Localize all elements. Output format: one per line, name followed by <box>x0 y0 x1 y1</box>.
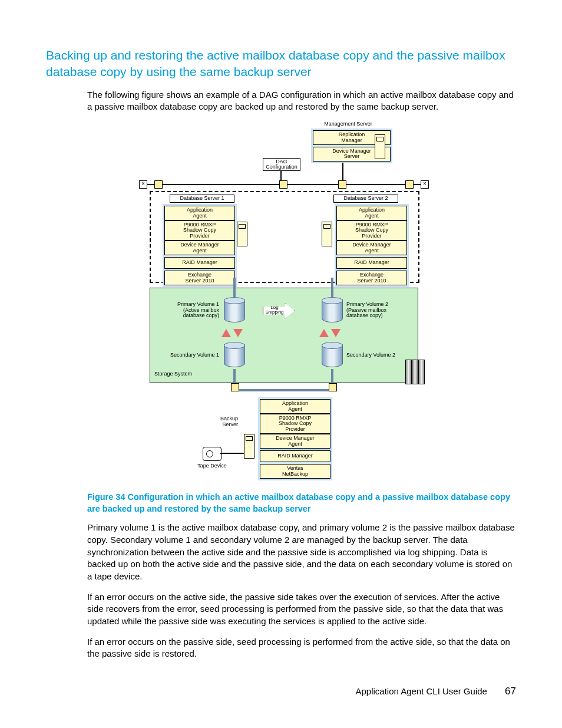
backup-p9000-provider: P9000 RMXPShadow CopyProvider <box>260 414 330 434</box>
dag-configuration-diagram: Management Server ReplicationManager Dev… <box>139 121 428 487</box>
db-server-1-stack: ApplicationAgent P9000 RMXPShadow CopyPr… <box>163 204 237 287</box>
server-icon <box>375 134 385 159</box>
server-icon <box>322 222 332 246</box>
db1-raid-manager: RAID Manager <box>164 257 235 269</box>
db1-exchange-server: ExchangeServer 2010 <box>164 271 235 285</box>
paragraph-3: If an error occurs on the passive side, … <box>46 636 516 660</box>
db2-device-manager-agent: Device ManagerAgent <box>336 241 407 255</box>
copy-arrow-up-icon <box>319 329 329 337</box>
db2-application-agent: ApplicationAgent <box>336 206 407 220</box>
secondary-volume-1-label: Secondary Volume 1 <box>164 353 219 358</box>
db-server-2-label: Database Server 2 <box>333 195 398 203</box>
footer-title: Application Agent CLI User Guide <box>355 686 487 696</box>
page-number: 67 <box>505 686 516 697</box>
intro-paragraph: The following figure shows an example of… <box>46 89 516 113</box>
secondary-volume-2-cylinder-icon <box>322 342 342 369</box>
primary-volume-1-cylinder-icon <box>224 297 244 324</box>
net-end-right-icon: × <box>421 180 429 189</box>
db2-exchange-server: ExchangeServer 2010 <box>336 271 407 285</box>
dag-config-box: DAGConfiguration <box>263 158 300 171</box>
copy-arrow-down-icon <box>331 329 340 337</box>
backup-veritas-netbackup: VeritasNetBackup <box>260 464 330 479</box>
db2-raid-manager: RAID Manager <box>336 257 407 269</box>
db1-device-manager-agent: Device ManagerAgent <box>164 241 235 255</box>
db1-application-agent: ApplicationAgent <box>164 206 235 220</box>
db-server-2-stack: ApplicationAgent P9000 RMXPShadow CopyPr… <box>335 204 409 287</box>
storage-system-label: Storage System <box>154 371 192 377</box>
backup-application-agent: ApplicationAgent <box>260 399 330 414</box>
backup-device-manager-agent: Device ManagerAgent <box>260 434 330 449</box>
secondary-volume-1-cylinder-icon <box>224 342 244 369</box>
server-icon <box>244 434 254 459</box>
db1-p9000-provider: P9000 RMXPShadow CopyProvider <box>164 220 235 241</box>
backup-raid-manager: RAID Manager <box>260 450 330 462</box>
server-icon <box>237 222 247 246</box>
section-heading: Backing up and restoring the active mail… <box>46 47 516 81</box>
tape-device-label: Tape Device <box>194 463 230 469</box>
copy-arrow-down-icon <box>233 329 243 337</box>
paragraph-2: If an error occurs on the active side, t… <box>46 591 516 628</box>
secondary-volume-2-label: Secondary Volume 2 <box>346 353 405 358</box>
paragraph-1: Primary volume 1 is the active mailbox d… <box>46 522 516 582</box>
page-footer: Application Agent CLI User Guide 67 <box>355 686 516 697</box>
copy-arrow-up-icon <box>222 329 231 337</box>
db-server-1-label: Database Server 1 <box>170 195 234 203</box>
log-shipping-label: Log Shipping <box>263 306 286 314</box>
primary-volume-2-label: Primary Volume 2(Passive mailboxdatabase… <box>346 302 402 318</box>
backup-server-label: BackupServer <box>209 416 238 427</box>
tape-device-icon <box>203 447 222 461</box>
management-server-label: Management Server <box>316 121 381 127</box>
backup-server-stack: ApplicationAgent P9000 RMXPShadow CopyPr… <box>258 397 332 480</box>
figure-caption: Figure 34 Configuration in which an acti… <box>46 492 516 515</box>
primary-volume-2-cylinder-icon <box>322 297 342 324</box>
primary-volume-1-label: Primary Volume 1(Active mailboxdatabase … <box>164 302 219 318</box>
net-end-left-icon: × <box>139 180 147 189</box>
disk-array-icon <box>405 360 424 383</box>
db2-p9000-provider: P9000 RMXPShadow CopyProvider <box>336 220 407 241</box>
